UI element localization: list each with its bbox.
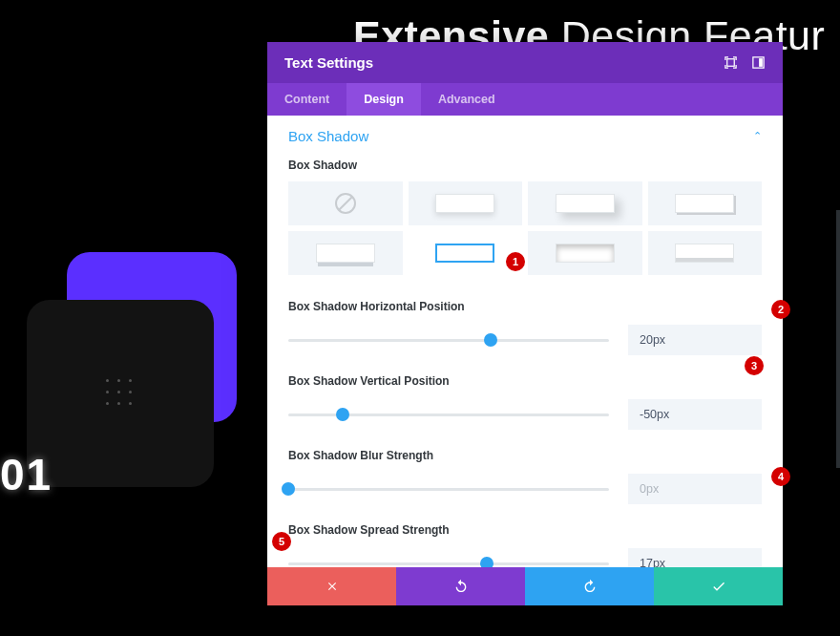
save-button[interactable] bbox=[654, 567, 783, 605]
annotation-marker-4: 4 bbox=[771, 467, 790, 486]
spread-label: Box Shadow Spread Strength bbox=[288, 523, 762, 537]
preset-7[interactable] bbox=[528, 231, 642, 275]
horiz-slider[interactable] bbox=[288, 339, 609, 342]
section-title-label: Box Shadow bbox=[288, 128, 368, 144]
svg-rect-2 bbox=[759, 58, 763, 67]
preset-3[interactable] bbox=[528, 181, 642, 225]
blur-slider[interactable] bbox=[288, 488, 609, 491]
annotation-marker-2: 2 bbox=[771, 300, 790, 319]
spread-slider[interactable] bbox=[288, 562, 609, 565]
panel-header: Text Settings bbox=[267, 42, 783, 83]
annotation-marker-1: 1 bbox=[506, 252, 525, 271]
spread-input[interactable] bbox=[628, 548, 762, 567]
check-icon bbox=[711, 579, 726, 594]
presets-label: Box Shadow bbox=[288, 159, 762, 172]
preview-card bbox=[27, 300, 214, 487]
shadow-presets bbox=[288, 181, 762, 275]
vert-slider[interactable] bbox=[288, 413, 609, 416]
tab-advanced[interactable]: Advanced bbox=[421, 83, 513, 116]
horiz-label: Box Shadow Horizontal Position bbox=[288, 300, 762, 313]
panel-title: Text Settings bbox=[284, 54, 373, 71]
preset-none[interactable] bbox=[288, 181, 403, 225]
tab-content[interactable]: Content bbox=[267, 83, 346, 116]
slide-counter: 01 bbox=[0, 449, 52, 500]
vert-input[interactable] bbox=[628, 399, 762, 430]
redo-button[interactable] bbox=[525, 567, 654, 605]
panel-actions bbox=[267, 567, 783, 605]
preset-8[interactable] bbox=[648, 231, 763, 275]
drag-grid-icon bbox=[106, 379, 135, 408]
annotation-marker-5: 5 bbox=[272, 532, 291, 551]
scrollbar[interactable] bbox=[836, 210, 840, 468]
section-box-shadow-toggle[interactable]: Box Shadow ⌃ bbox=[288, 128, 762, 144]
chevron-up-icon: ⌃ bbox=[753, 130, 762, 142]
horiz-input[interactable] bbox=[628, 325, 762, 355]
cancel-button[interactable] bbox=[267, 567, 396, 605]
preset-2[interactable] bbox=[409, 181, 523, 225]
blur-input[interactable] bbox=[628, 474, 762, 504]
close-icon bbox=[326, 580, 339, 593]
blur-label: Box Shadow Blur Strength bbox=[288, 449, 762, 462]
undo-button[interactable] bbox=[396, 567, 525, 605]
snap-right-icon[interactable] bbox=[751, 55, 766, 70]
expand-icon[interactable] bbox=[724, 55, 738, 70]
undo-icon bbox=[453, 579, 469, 594]
redo-icon bbox=[582, 579, 598, 594]
vert-label: Box Shadow Vertical Position bbox=[288, 374, 762, 388]
annotation-marker-3: 3 bbox=[745, 356, 764, 375]
panel-tabs: Content Design Advanced bbox=[267, 83, 783, 116]
preset-4[interactable] bbox=[648, 181, 763, 225]
tab-design[interactable]: Design bbox=[346, 83, 421, 116]
text-settings-panel: Text Settings Content Design Advanced Bo… bbox=[267, 42, 783, 605]
preset-6-selected[interactable] bbox=[409, 231, 523, 275]
svg-rect-0 bbox=[727, 59, 735, 67]
preset-5[interactable] bbox=[288, 231, 403, 275]
